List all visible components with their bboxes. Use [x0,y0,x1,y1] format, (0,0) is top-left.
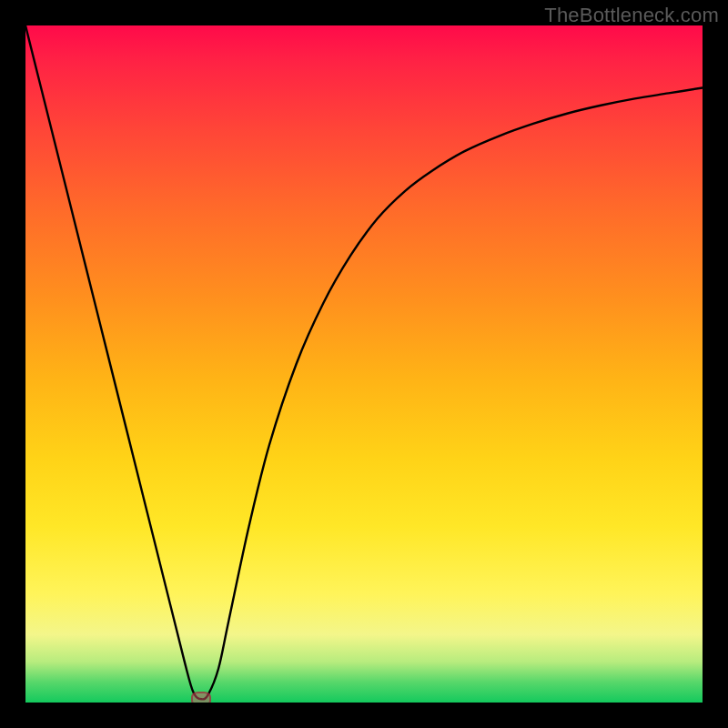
plot-area [25,25,703,703]
watermark-label: TheBottleneck.com [544,4,719,27]
min-marker [191,692,211,703]
curve-path [25,25,703,699]
curve-svg [25,25,703,703]
chart-frame: TheBottleneck.com [0,0,728,728]
